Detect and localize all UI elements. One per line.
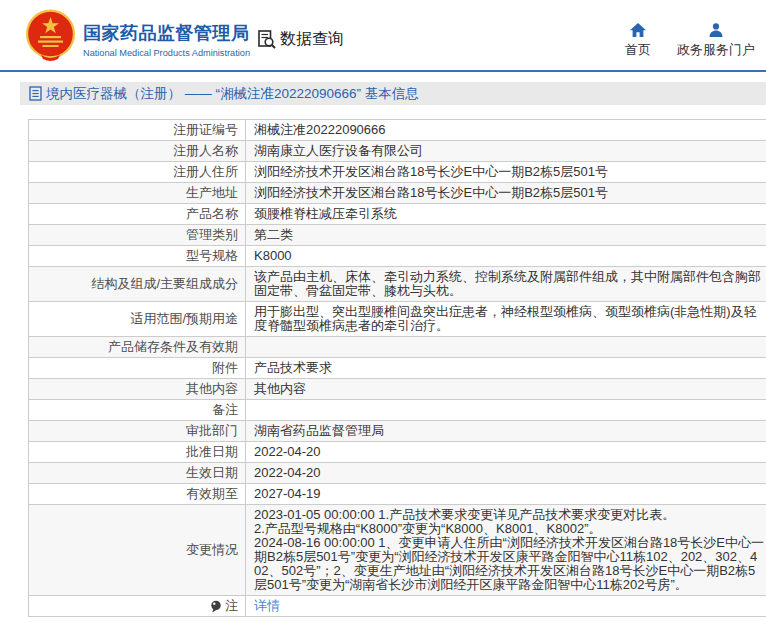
table-row: 备注 <box>29 400 766 421</box>
header-divider <box>0 70 766 72</box>
row-value: 产品技术要求 <box>246 358 766 378</box>
document-icon <box>29 86 42 101</box>
table-row: 附件 产品技术要求 <box>29 358 766 379</box>
row-value-text: 湘械注准20222090666 <box>254 123 386 137</box>
table-row: 产品名称 颈腰椎脊柱减压牵引系统 <box>29 204 766 225</box>
breadcrumb: 境内医疗器械（注册） —— “湘械注准20222090666” 基本信息 <box>20 82 766 105</box>
row-value-text: 湖南康立人医疗设备有限公司 <box>254 144 423 158</box>
data-query-label: 数据查询 <box>280 29 344 50</box>
data-query-tab[interactable]: 数据查询 <box>256 29 344 50</box>
row-value <box>246 337 766 357</box>
nav-item-label: 首页 <box>625 41 651 59</box>
row-value: 湖南省药品监督管理局 <box>246 421 766 441</box>
row-label-text: 结构及组成/主要组成成分 <box>91 277 238 291</box>
row-label: 有效期至 <box>29 484 246 504</box>
table-row: 结构及组成/主要组成成分 该产品由主机、床体、牵引动力系统、控制系统及附属部件组… <box>29 267 766 302</box>
row-label: 产品名称 <box>29 204 246 224</box>
row-value: 其他内容 <box>246 379 766 399</box>
brand: 国家药品监督管理局 National Medical Products Admi… <box>83 21 250 58</box>
row-value: 浏阳经济技术开发区湘台路18号长沙E中心一期B2栋5层501号 <box>246 183 766 203</box>
row-value: 用于膨出型、突出型腰椎间盘突出症患者，神经根型颈椎病、颈型颈椎病(非急性期)及轻… <box>246 302 766 336</box>
row-label: 注册证编号 <box>29 120 246 140</box>
table-row: 注册人住所 浏阳经济技术开发区湘台路18号长沙E中心一期B2栋5层501号 <box>29 162 766 183</box>
row-label-text: 注册证编号 <box>173 123 238 137</box>
table-row: 产品储存条件及有效期 <box>29 337 766 358</box>
row-label: 注册人住所 <box>29 162 246 182</box>
row-label: 注 <box>29 596 246 616</box>
nav-item-home[interactable]: 首页 <box>625 23 651 59</box>
row-label: 适用范围/预期用途 <box>29 302 246 336</box>
table-row: 其他内容 其他内容 <box>29 379 766 400</box>
note-icon <box>210 600 222 613</box>
row-value-text: 颈腰椎脊柱减压牵引系统 <box>254 207 397 221</box>
row-label-text: 型号规格 <box>186 249 238 263</box>
row-value: 颈腰椎脊柱减压牵引系统 <box>246 204 766 224</box>
table-row: 生效日期 2022-04-20 <box>29 463 766 484</box>
row-value: 详情 <box>246 596 766 616</box>
row-label: 结构及组成/主要组成成分 <box>29 267 246 301</box>
row-value: 2027-04-19 <box>246 484 766 504</box>
page-title: 境内医疗器械（注册） —— “湘械注准20222090666” 基本信息 <box>46 85 419 103</box>
row-value: 浏阳经济技术开发区湘台路18号长沙E中心一期B2栋5层501号 <box>246 162 766 182</box>
row-value <box>246 400 766 420</box>
nav-item-label: 政务服务门户 <box>677 41 755 59</box>
nav-item-gov-portal[interactable]: 政务服务门户 <box>677 23 755 59</box>
national-emblem-icon <box>26 9 75 61</box>
row-label: 其他内容 <box>29 379 246 399</box>
data-query-icon <box>256 29 277 50</box>
row-value-text: 浏阳经济技术开发区湘台路18号长沙E中心一期B2栋5层501号 <box>254 186 608 200</box>
row-value-text: 该产品由主机、床体、牵引动力系统、控制系统及附属部件组成，其中附属部件包含胸部固… <box>254 270 764 298</box>
row-label: 注册人名称 <box>29 141 246 161</box>
table-row: 管理类别 第二类 <box>29 225 766 246</box>
row-label-text: 变更情况 <box>186 543 238 557</box>
row-value-text: 用于膨出型、突出型腰椎间盘突出症患者，神经根型颈椎病、颈型颈椎病(非急性期)及轻… <box>254 305 764 333</box>
row-value-text: 其他内容 <box>254 382 306 396</box>
row-label: 批准日期 <box>29 442 246 462</box>
row-label-text: 管理类别 <box>186 228 238 242</box>
detail-link[interactable]: 详情 <box>254 599 280 613</box>
row-value: K8000 <box>246 246 766 266</box>
row-label-text: 产品名称 <box>186 207 238 221</box>
row-label-text: 备注 <box>212 403 238 417</box>
row-label-text: 生产地址 <box>186 186 238 200</box>
row-value-text: 产品技术要求 <box>254 361 332 375</box>
row-label-text: 注册人住所 <box>173 165 238 179</box>
row-label: 附件 <box>29 358 246 378</box>
row-label: 管理类别 <box>29 225 246 245</box>
row-label: 生效日期 <box>29 463 246 483</box>
row-value: 第二类 <box>246 225 766 245</box>
row-label-text: 适用范围/预期用途 <box>130 312 238 326</box>
row-value: 湘械注准20222090666 <box>246 120 766 140</box>
table-row: 生产地址 浏阳经济技术开发区湘台路18号长沙E中心一期B2栋5层501号 <box>29 183 766 204</box>
row-label-text: 附件 <box>212 361 238 375</box>
row-value-text: K8000 <box>254 249 292 263</box>
table-row: 型号规格 K8000 <box>29 246 766 267</box>
table-row: 注册人名称 湖南康立人医疗设备有限公司 <box>29 141 766 162</box>
row-label-text: 其他内容 <box>186 382 238 396</box>
table-row: 变更情况 2023-01-05 00:00:00 1.产品技术要求变更详见产品技… <box>29 505 766 596</box>
row-value-text: 2023-01-05 00:00:00 1.产品技术要求变更详见产品技术要求变更… <box>254 508 764 592</box>
row-value-text: 湖南省药品监督管理局 <box>254 424 384 438</box>
row-label-text: 批准日期 <box>186 445 238 459</box>
table-row: 审批部门 湖南省药品监督管理局 <box>29 421 766 442</box>
row-value-text: 2027-04-19 <box>254 487 321 501</box>
agency-title-english: National Medical Products Administration <box>83 48 250 58</box>
table-row: 有效期至 2027-04-19 <box>29 484 766 505</box>
row-value-text: 2022-04-20 <box>254 445 321 459</box>
user-icon <box>709 23 723 37</box>
table-row: 批准日期 2022-04-20 <box>29 442 766 463</box>
home-icon <box>630 23 646 37</box>
table-row: 适用范围/预期用途 用于膨出型、突出型腰椎间盘突出症患者，神经根型颈椎病、颈型颈… <box>29 302 766 337</box>
row-label: 变更情况 <box>29 505 246 595</box>
row-label-text: 有效期至 <box>186 487 238 501</box>
row-label: 型号规格 <box>29 246 246 266</box>
row-label: 审批部门 <box>29 421 246 441</box>
table-row: 注册证编号 湘械注准20222090666 <box>29 120 766 141</box>
agency-title: 国家药品监督管理局 <box>83 21 250 45</box>
row-value-text: 第二类 <box>254 228 293 242</box>
row-value-text: 浏阳经济技术开发区湘台路18号长沙E中心一期B2栋5层501号 <box>254 165 608 179</box>
info-table: 注册证编号 湘械注准20222090666 注册人名称 湖南康立人医疗设备有限公… <box>28 119 766 617</box>
row-label-text: 注册人名称 <box>173 144 238 158</box>
row-label: 产品储存条件及有效期 <box>29 337 246 357</box>
table-row: 注 详情 <box>29 596 766 617</box>
